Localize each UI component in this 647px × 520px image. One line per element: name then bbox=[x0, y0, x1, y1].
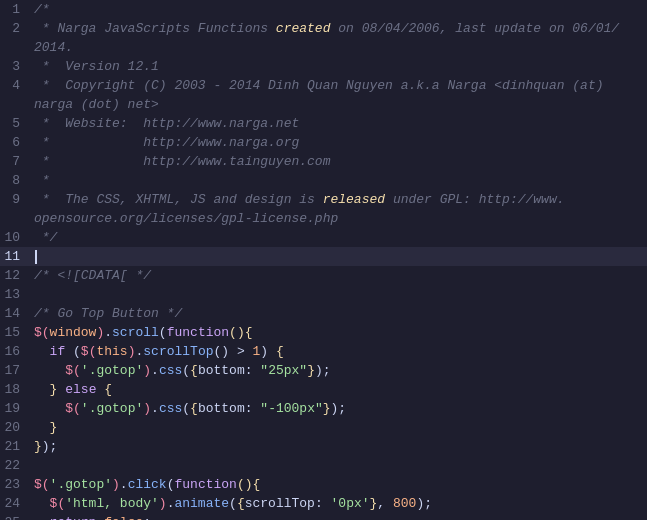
line-num-4: 4 bbox=[0, 76, 30, 95]
line-num-10: 10 bbox=[0, 228, 30, 247]
line-9b: opensource.org/licenses/gpl-license.php bbox=[0, 209, 647, 228]
line-num-15: 15 bbox=[0, 323, 30, 342]
line-content-17: $('.gotop').css({bottom: "25px"}); bbox=[30, 361, 647, 380]
line-1: 1 /* bbox=[0, 0, 647, 19]
line-4: 4 * Copyright (C) 2003 - 2014 Dinh Quan … bbox=[0, 76, 647, 95]
line-content-4b: narga (dot) net> bbox=[30, 95, 647, 114]
line-21: 21 }); bbox=[0, 437, 647, 456]
line-content-1: /* bbox=[30, 0, 647, 19]
line-content-19: $('.gotop').css({bottom: "-100px"}); bbox=[30, 399, 647, 418]
line-7: 7 * http://www.tainguyen.com bbox=[0, 152, 647, 171]
line-4b: narga (dot) net> bbox=[0, 95, 647, 114]
line-2: 2 * Narga JavaScripts Functions created … bbox=[0, 19, 647, 38]
line-content-12: /* <![CDATA[ */ bbox=[30, 266, 647, 285]
line-content-7: * http://www.tainguyen.com bbox=[30, 152, 647, 171]
line-num-5: 5 bbox=[0, 114, 30, 133]
line-content-4: * Copyright (C) 2003 - 2014 Dinh Quan Ng… bbox=[30, 76, 647, 95]
line-24: 24 $('html, body').animate({scrollTop: '… bbox=[0, 494, 647, 513]
line-num-8: 8 bbox=[0, 171, 30, 190]
line-14: 14 /* Go Top Button */ bbox=[0, 304, 647, 323]
line-num-22: 22 bbox=[0, 456, 30, 475]
line-num-14: 14 bbox=[0, 304, 30, 323]
line-num-17: 17 bbox=[0, 361, 30, 380]
line-num-7: 7 bbox=[0, 152, 30, 171]
line-content-2b: 2014. bbox=[30, 38, 647, 57]
line-13: 13 bbox=[0, 285, 647, 304]
line-content-23: $('.gotop').click(function(){ bbox=[30, 475, 647, 494]
code-editor: 1 /* 2 * Narga JavaScripts Functions cre… bbox=[0, 0, 647, 520]
line-16: 16 if ($(this).scrollTop() > 1) { bbox=[0, 342, 647, 361]
line-content-16: if ($(this).scrollTop() > 1) { bbox=[30, 342, 647, 361]
line-num-23: 23 bbox=[0, 475, 30, 494]
line-3: 3 * Version 12.1 bbox=[0, 57, 647, 76]
line-10: 10 */ bbox=[0, 228, 647, 247]
line-num-9: 9 bbox=[0, 190, 30, 209]
line-content-8: * bbox=[30, 171, 647, 190]
line-19: 19 $('.gotop').css({bottom: "-100px"}); bbox=[0, 399, 647, 418]
line-25: 25 return false; bbox=[0, 513, 647, 520]
line-22: 22 bbox=[0, 456, 647, 475]
line-num-11: 11 bbox=[0, 247, 30, 266]
line-content-10: */ bbox=[30, 228, 647, 247]
line-8: 8 * bbox=[0, 171, 647, 190]
line-num-21: 21 bbox=[0, 437, 30, 456]
line-num-18: 18 bbox=[0, 380, 30, 399]
line-content-15: $(window).scroll(function(){ bbox=[30, 323, 647, 342]
line-num-2: 2 bbox=[0, 19, 30, 38]
line-5: 5 * Website: http://www.narga.net bbox=[0, 114, 647, 133]
line-num-12: 12 bbox=[0, 266, 30, 285]
line-content-21: }); bbox=[30, 437, 647, 456]
line-18: 18 } else { bbox=[0, 380, 647, 399]
line-num-13: 13 bbox=[0, 285, 30, 304]
line-content-5: * Website: http://www.narga.net bbox=[30, 114, 647, 133]
line-content-24: $('html, body').animate({scrollTop: '0px… bbox=[30, 494, 647, 513]
line-content-9b: opensource.org/licenses/gpl-license.php bbox=[30, 209, 647, 228]
line-num-24: 24 bbox=[0, 494, 30, 513]
line-9: 9 * The CSS, XHTML, JS and design is rel… bbox=[0, 190, 647, 209]
line-content-6: * http://www.narga.org bbox=[30, 133, 647, 152]
line-11: 11 bbox=[0, 247, 647, 266]
line-12: 12 /* <![CDATA[ */ bbox=[0, 266, 647, 285]
line-17: 17 $('.gotop').css({bottom: "25px"}); bbox=[0, 361, 647, 380]
line-num-25: 25 bbox=[0, 513, 30, 520]
line-2b: 2014. bbox=[0, 38, 647, 57]
line-content-9: * The CSS, XHTML, JS and design is relea… bbox=[30, 190, 647, 209]
line-num-3: 3 bbox=[0, 57, 30, 76]
line-6: 6 * http://www.narga.org bbox=[0, 133, 647, 152]
line-content-3: * Version 12.1 bbox=[30, 57, 647, 76]
line-content-18: } else { bbox=[30, 380, 647, 399]
line-content-11 bbox=[30, 247, 647, 266]
line-15: 15 $(window).scroll(function(){ bbox=[0, 323, 647, 342]
line-20: 20 } bbox=[0, 418, 647, 437]
line-content-25: return false; bbox=[30, 513, 647, 520]
line-num-19: 19 bbox=[0, 399, 30, 418]
line-num-1: 1 bbox=[0, 0, 30, 19]
line-num-6: 6 bbox=[0, 133, 30, 152]
line-num-16: 16 bbox=[0, 342, 30, 361]
line-content-2: * Narga JavaScripts Functions created on… bbox=[30, 19, 647, 38]
line-23: 23 $('.gotop').click(function(){ bbox=[0, 475, 647, 494]
line-num-20: 20 bbox=[0, 418, 30, 437]
line-content-14: /* Go Top Button */ bbox=[30, 304, 647, 323]
line-content-20: } bbox=[30, 418, 647, 437]
